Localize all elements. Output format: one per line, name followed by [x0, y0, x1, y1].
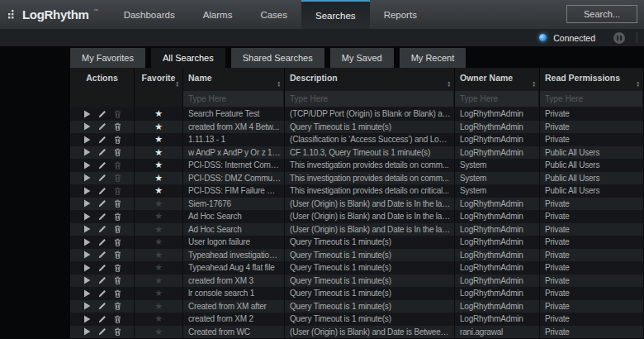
favorite-star-icon[interactable]: ★	[154, 275, 163, 285]
run-search-icon[interactable]	[83, 251, 91, 259]
run-search-icon[interactable]	[83, 327, 91, 336]
edit-search-icon[interactable]	[98, 161, 107, 170]
run-search-icon[interactable]	[83, 122, 91, 131]
favorite-star-icon[interactable]: ★	[154, 250, 163, 260]
column-header-description[interactable]: Description ▲▼	[285, 68, 455, 88]
run-search-icon[interactable]	[83, 289, 91, 298]
favorite-star-icon[interactable]: ★	[154, 185, 163, 195]
edit-search-icon[interactable]	[98, 174, 107, 182]
table-row[interactable]: ★ Ad Hoc Search (User (Origin) is Blank)…	[70, 210, 644, 223]
table-row[interactable]: ★ Typeahead investigation ... Query Time…	[70, 249, 644, 262]
nav-item-reports[interactable]: Reports	[370, 0, 431, 29]
table-row[interactable]: ★ created from XM 2 Query Timeout is 1 m…	[70, 313, 644, 326]
run-search-icon[interactable]	[83, 187, 91, 195]
delete-search-icon[interactable]	[114, 199, 121, 208]
table-row[interactable]: ★ User logon failure Query Timeout is 1 …	[70, 236, 644, 249]
edit-search-icon[interactable]	[98, 212, 107, 221]
edit-search-icon[interactable]	[98, 315, 107, 323]
favorite-star-icon[interactable]: ★	[154, 108, 163, 118]
favorite-star-icon[interactable]: ★	[154, 134, 163, 144]
owner-filter-input[interactable]	[455, 91, 538, 107]
delete-search-icon[interactable]	[114, 251, 121, 259]
column-header-favorite[interactable]: Favorite ▲▼	[135, 68, 183, 88]
run-search-icon[interactable]	[83, 264, 91, 272]
edit-search-icon[interactable]	[98, 276, 107, 284]
edit-search-icon[interactable]	[98, 225, 107, 233]
table-row[interactable]: ★ PCI-DSS: FIM Failure Detail This inves…	[70, 184, 644, 198]
delete-search-icon[interactable]	[114, 122, 121, 131]
edit-search-icon[interactable]	[98, 302, 107, 310]
tab-my-recent[interactable]: My Recent	[400, 48, 466, 68]
run-search-icon[interactable]	[83, 238, 91, 246]
description-filter-input[interactable]	[285, 91, 453, 107]
delete-search-icon[interactable]	[114, 238, 121, 246]
edit-search-icon[interactable]	[98, 289, 107, 298]
delete-search-icon[interactable]	[114, 289, 121, 298]
favorite-star-icon[interactable]: ★	[154, 262, 163, 272]
edit-search-icon[interactable]	[98, 264, 107, 272]
run-search-icon[interactable]	[83, 199, 91, 208]
table-row[interactable]: ★ Search Feature Test (TCP/UDP Port (Ori…	[70, 107, 644, 121]
delete-search-icon[interactable]	[114, 315, 121, 323]
edit-search-icon[interactable]	[98, 136, 107, 144]
sort-icon[interactable]: ▲▼	[447, 81, 451, 88]
logo[interactable]: LogRhythm ™	[0, 0, 110, 29]
run-search-icon[interactable]	[83, 302, 91, 310]
favorite-star-icon[interactable]: ★	[154, 236, 163, 246]
favorite-star-icon[interactable]: ★	[154, 313, 163, 323]
table-row[interactable]: ★ w AndP x AndP y Or z 1.1... CF 1.10.3,…	[70, 146, 644, 160]
delete-search-icon[interactable]	[114, 302, 121, 310]
run-search-icon[interactable]	[83, 110, 91, 118]
column-header-name[interactable]: Name ▲▼	[183, 68, 285, 88]
nav-item-alarms[interactable]: Alarms	[189, 0, 247, 29]
sort-icon[interactable]: ▲▼	[277, 81, 281, 88]
table-row[interactable]: ★ Ad Hoc Search (User (Origin) is Blank)…	[70, 223, 644, 236]
favorite-star-icon[interactable]: ★	[154, 160, 163, 170]
favorite-star-icon[interactable]: ★	[154, 301, 163, 311]
sort-icon[interactable]: ▲▼	[637, 81, 640, 88]
run-search-icon[interactable]	[83, 136, 91, 144]
run-search-icon[interactable]	[83, 212, 91, 221]
run-search-icon[interactable]	[83, 174, 91, 182]
table-row[interactable]: ★ Siem-17676 (User (Origin) is Blank) an…	[70, 198, 644, 211]
nav-item-cases[interactable]: Cases	[246, 0, 301, 29]
edit-search-icon[interactable]	[98, 187, 107, 195]
run-search-icon[interactable]	[83, 276, 91, 284]
run-search-icon[interactable]	[83, 148, 91, 156]
favorite-star-icon[interactable]: ★	[154, 327, 163, 337]
favorite-star-icon[interactable]: ★	[154, 147, 163, 157]
delete-search-icon[interactable]	[114, 148, 121, 156]
nav-item-dashboards[interactable]: Dashboards	[110, 0, 189, 29]
favorite-star-icon[interactable]: ★	[154, 198, 163, 208]
delete-search-icon[interactable]	[114, 110, 121, 118]
column-header-owner-name[interactable]: Owner Name ▲▼	[455, 68, 540, 88]
sort-icon[interactable]: ▲▼	[533, 81, 536, 88]
delete-search-icon[interactable]	[114, 187, 121, 195]
column-header-read-permissions[interactable]: Read Permissions ▲▼	[540, 68, 644, 88]
tab-all-searches[interactable]: All Searches	[151, 48, 225, 68]
run-search-icon[interactable]	[83, 161, 91, 170]
table-row[interactable]: ★ PCI-DSS: DMZ Communic... This investig…	[70, 172, 644, 185]
edit-search-icon[interactable]	[98, 199, 107, 208]
table-row[interactable]: ★ Typeahead Aug 4 flat file Query Timeou…	[70, 261, 644, 275]
table-row[interactable]: ★ 1.11.13 - 1 (Classification is ‘Access…	[70, 133, 644, 146]
run-search-icon[interactable]	[83, 225, 91, 233]
delete-search-icon[interactable]	[114, 212, 121, 221]
global-search-button[interactable]: Search...	[566, 5, 637, 23]
permissions-filter-input[interactable]	[540, 91, 642, 107]
favorite-star-icon[interactable]: ★	[154, 122, 163, 131]
table-row[interactable]: ★ Created from WC (User (Origin) is Blan…	[70, 326, 644, 339]
run-search-icon[interactable]	[83, 315, 91, 323]
name-filter-input[interactable]	[183, 91, 283, 107]
favorite-star-icon[interactable]: ★	[154, 288, 163, 298]
favorite-star-icon[interactable]: ★	[154, 173, 163, 183]
delete-search-icon[interactable]	[114, 225, 121, 233]
tab-my-saved[interactable]: My Saved	[330, 48, 394, 68]
edit-search-icon[interactable]	[98, 327, 107, 336]
edit-search-icon[interactable]	[98, 238, 107, 246]
tab-shared-searches[interactable]: Shared Searches	[231, 48, 324, 68]
pause-updates-button[interactable]	[613, 32, 625, 44]
nav-item-searches[interactable]: Searches	[301, 0, 370, 29]
edit-search-icon[interactable]	[98, 110, 107, 118]
delete-search-icon[interactable]	[114, 136, 121, 144]
